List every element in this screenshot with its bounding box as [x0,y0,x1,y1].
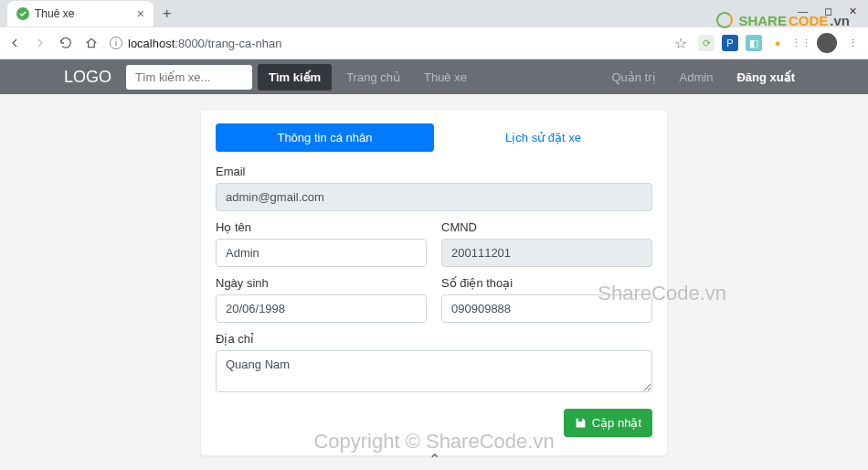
field-name: Họ tên [216,220,427,267]
nav-admin[interactable]: Admin [671,70,723,84]
ext-icon-4[interactable]: ● [769,35,786,51]
tab-history[interactable]: Lịch sử đặt xe [434,123,652,152]
address-input[interactable]: Quang Nam [216,350,652,392]
id-label: CMND [441,220,652,234]
profile-card: Thông tin cá nhân Lịch sử đặt xe Email H… [201,111,667,455]
bookmark-icon[interactable]: ☆ [674,35,687,52]
maximize-button[interactable]: ◻ [824,5,832,17]
scroll-top-icon[interactable]: ⌃ [429,451,440,468]
address-label: Địa chỉ [216,332,652,346]
navbar: LOGO Tìm kiếm Trang chủ Thuê xe Quản trị… [0,59,868,94]
nav-rent[interactable]: Thuê xe [415,70,476,84]
email-input [216,183,652,211]
nav-admin-panel[interactable]: Quản trị [602,70,664,84]
site-info-icon[interactable]: i [110,37,122,49]
field-address: Địa chỉ Quang Nam [216,332,652,396]
window-controls: — ◻ ✕ [787,0,868,23]
search-button[interactable]: Tìm kiếm [258,64,332,91]
field-phone: Số điện thoại [441,276,652,323]
address-bar: i localhost:8000/trang-ca-nhan ☆ ⟳ P ◧ ●… [0,27,868,59]
menu-icon[interactable]: ⋮ [844,35,861,51]
phone-input[interactable] [441,294,652,323]
field-email: Email [216,165,652,211]
tab-title: Thuê xe [35,7,74,20]
ext-icon-5[interactable]: ⋮⋮ [793,35,810,51]
phone-label: Số điện thoại [441,276,652,290]
ext-icon-2[interactable]: P [722,35,738,51]
page-content: Thông tin cá nhân Lịch sử đặt xe Email H… [0,94,868,470]
name-input[interactable] [216,239,427,267]
site-logo[interactable]: LOGO [64,68,111,87]
url-host: localhost [128,37,175,50]
close-tab-icon[interactable]: × [137,6,144,21]
dob-input[interactable] [216,294,427,323]
field-id: CMND [441,220,652,267]
email-label: Email [216,165,652,178]
id-input [441,239,652,267]
ext-icon-1[interactable]: ⟳ [698,35,715,51]
url-field[interactable]: i localhost:8000/trang-ca-nhan [110,37,663,50]
update-button[interactable]: Cập nhật [564,409,652,437]
nav-logout[interactable]: Đăng xuất [727,70,804,84]
search-input[interactable] [126,65,252,90]
close-window-button[interactable]: ✕ [849,5,857,17]
update-button-label: Cập nhật [592,416,641,430]
tab-bar: Thuê xe × + [0,0,868,27]
extension-icons: ⟳ P ◧ ● ⋮⋮ ⋮ [698,33,861,53]
card-tabs: Thông tin cá nhân Lịch sử đặt xe [216,123,652,152]
browser-chrome: — ◻ ✕ Thuê xe × + i localhost:8000/trang… [0,0,868,59]
nav-home[interactable]: Trang chủ [337,70,409,84]
new-tab-button[interactable]: + [153,5,180,22]
name-label: Họ tên [216,220,427,234]
home-button[interactable] [84,36,99,50]
forward-button[interactable] [33,36,48,50]
favicon-icon [16,7,29,20]
minimize-button[interactable]: — [798,5,808,17]
profile-avatar[interactable] [817,33,837,53]
save-icon [575,417,587,429]
url-path: :8000/trang-ca-nhan [175,37,281,50]
back-button[interactable] [7,36,22,50]
tab-profile[interactable]: Thông tin cá nhân [216,123,434,152]
ext-icon-3[interactable]: ◧ [746,35,762,51]
reload-button[interactable] [58,36,73,50]
field-dob: Ngày sinh [216,276,427,323]
browser-tab[interactable]: Thuê xe × [7,1,153,27]
dob-label: Ngày sinh [216,276,427,290]
